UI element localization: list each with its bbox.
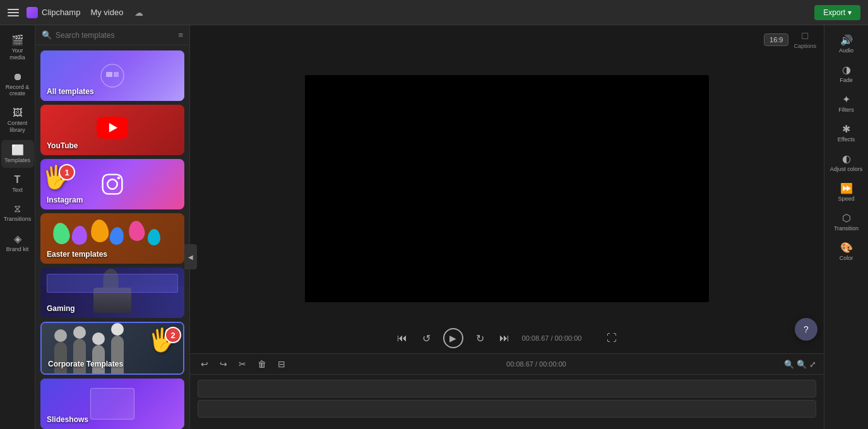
video-title[interactable]: My video	[90, 8, 123, 17]
aspect-ratio-selector[interactable]: 16:9	[764, 33, 788, 46]
redo-button[interactable]: ↪	[217, 358, 230, 370]
filters-icon: ✦	[842, 93, 850, 105]
gaming-label: Gaming	[47, 304, 75, 313]
captions-label: Captions	[794, 43, 816, 49]
tool-audio[interactable]: 🔊 Audio	[827, 30, 866, 57]
app-name-text: Clipchamp	[42, 8, 80, 17]
video-toolbar: 16:9 □ Captions	[190, 25, 824, 54]
help-button[interactable]: ?	[795, 318, 817, 341]
video-canvas	[305, 75, 709, 302]
your-media-label: Your media	[4, 47, 32, 61]
right-sidebar: 🔊 Audio ◑ Fade ✦ Filters ✱ Effects ◐ Adj…	[824, 25, 868, 429]
sidebar-item-record-create[interactable]: ⏺ Record & create	[1, 68, 34, 102]
text-label: Text	[12, 187, 23, 194]
effects-icon: ✱	[842, 123, 850, 135]
template-card-gaming[interactable]: Gaming	[40, 267, 184, 318]
zoom-out-button[interactable]: 🔍	[784, 360, 794, 369]
rewind-button[interactable]: ↺	[420, 330, 433, 347]
app-name: Clipchamp	[27, 7, 80, 18]
tool-transition[interactable]: ⬡ Transition	[827, 208, 866, 235]
tool-effects[interactable]: ✱ Effects	[827, 119, 866, 146]
transitions-icon: ⧖	[14, 203, 21, 214]
sidebar-item-transitions[interactable]: ⧖ Transitions	[1, 199, 34, 226]
brand-kit-icon: ◈	[14, 233, 21, 245]
skip-to-end-button[interactable]: ⏭	[497, 330, 512, 346]
captions-button[interactable]: □ Captions	[794, 30, 816, 49]
cloud-icon: ☁	[134, 8, 143, 18]
menu-button[interactable]	[8, 6, 20, 19]
templates-list: All templates YouTube	[35, 45, 189, 429]
tool-filters[interactable]: ✦ Filters	[827, 90, 866, 117]
svg-rect-2	[114, 72, 119, 77]
color-icon: 🎨	[840, 242, 853, 254]
search-input[interactable]	[56, 31, 174, 40]
cut-button[interactable]: ✂	[235, 358, 249, 370]
delete-button[interactable]: 🗑	[254, 358, 270, 370]
fade-label: Fade	[840, 77, 853, 83]
transition-label: Transition	[834, 225, 859, 232]
sidebar-item-templates[interactable]: ⬜ Templates	[1, 140, 34, 168]
expand-button[interactable]: ⤢	[809, 360, 816, 369]
templates-icon: ⬜	[11, 144, 24, 156]
text-icon: T	[15, 174, 21, 185]
effects-label: Effects	[838, 136, 855, 143]
template-card-corporate[interactable]: Corporate Templates	[40, 322, 184, 375]
record-label: Record & create	[4, 84, 32, 98]
content-library-label: Content library	[4, 120, 32, 134]
speed-icon: ⏩	[840, 182, 853, 194]
all-templates-label: All templates	[47, 87, 94, 96]
adjust-colors-label: Adjust colors	[830, 166, 863, 172]
play-button[interactable]: ▶	[443, 328, 463, 348]
timeline-track-2	[198, 400, 816, 418]
templates-panel-wrapper: 🔍 ≡	[35, 25, 190, 429]
svg-point-5	[117, 177, 120, 179]
filters-label: Filters	[838, 107, 854, 113]
zoom-controls: 🔍 🔍 ⤢	[784, 360, 816, 369]
fade-icon: ◑	[842, 64, 851, 76]
template-card-slideshows[interactable]: Slideshows	[40, 379, 184, 429]
forward-button[interactable]: ↻	[473, 330, 487, 347]
instagram-label: Instagram	[47, 196, 83, 204]
export-button[interactable]: Export ▾	[814, 5, 860, 20]
templates-search-bar: 🔍 ≡	[35, 25, 189, 45]
tool-speed[interactable]: ⏩ Speed	[827, 179, 866, 206]
audio-icon: 🔊	[840, 34, 853, 46]
split-button[interactable]: ⊟	[275, 358, 288, 370]
sidebar-item-your-media[interactable]: 🎬 Your media	[1, 30, 34, 65]
svg-rect-1	[106, 72, 112, 77]
timeline-toolbar: ↩ ↪ ✂ 🗑 ⊟ 00:08.67 / 00:00:00 🔍 🔍 ⤢	[190, 354, 824, 375]
brand-kit-label: Brand kit	[6, 246, 29, 253]
sidebar-item-content-library[interactable]: 🖼 Content library	[1, 103, 34, 138]
your-media-icon: 🎬	[11, 34, 24, 46]
tool-fade[interactable]: ◑ Fade	[827, 60, 866, 87]
captions-icon: □	[802, 30, 808, 42]
video-preview-area	[190, 54, 824, 323]
sidebar-item-text[interactable]: T Text	[1, 170, 34, 197]
filter-icon[interactable]: ≡	[178, 30, 183, 40]
skip-to-start-button[interactable]: ⏮	[395, 330, 410, 346]
template-card-all-templates[interactable]: All templates	[40, 50, 184, 101]
transition-icon: ⬡	[842, 212, 851, 224]
timeline-area: ↩ ↪ ✂ 🗑 ⊟ 00:08.67 / 00:00:00 🔍 🔍 ⤢	[190, 353, 824, 429]
zoom-in-button[interactable]: 🔍	[797, 360, 807, 369]
record-icon: ⏺	[13, 71, 23, 83]
transitions-label: Transitions	[4, 216, 32, 223]
svg-point-4	[107, 179, 117, 189]
templates-panel: 🔍 ≡	[35, 25, 190, 429]
timeline-track-1	[198, 380, 816, 397]
icon-sidebar: 🎬 Your media ⏺ Record & create 🖼 Content…	[0, 25, 35, 429]
template-card-easter[interactable]: Easter templates	[40, 213, 184, 264]
slideshows-label: Slideshows	[47, 415, 88, 424]
corporate-label: Corporate Templates	[48, 360, 123, 368]
template-card-youtube[interactable]: YouTube	[40, 105, 184, 155]
fullscreen-button[interactable]: ⛶	[604, 330, 619, 346]
color-label: Color	[840, 255, 853, 261]
collapse-panel-button[interactable]: ◀	[184, 244, 197, 269]
sidebar-item-brand-kit[interactable]: ◈ Brand kit	[1, 229, 34, 257]
easter-label: Easter templates	[47, 250, 107, 259]
template-card-instagram[interactable]: Instagram	[40, 159, 184, 209]
tool-color[interactable]: 🎨 Color	[827, 238, 866, 265]
content-library-icon: 🖼	[13, 107, 23, 119]
undo-button[interactable]: ↩	[198, 358, 211, 370]
tool-adjust-colors[interactable]: ◐ Adjust colors	[827, 149, 866, 176]
